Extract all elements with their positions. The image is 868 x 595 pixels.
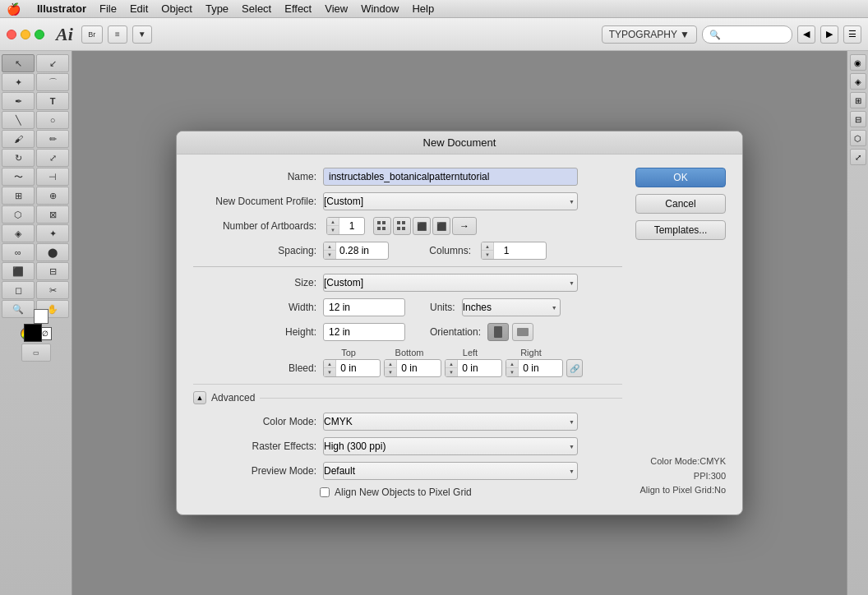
columns-down[interactable]: ▼ bbox=[482, 251, 493, 259]
right-panel-btn-5[interactable]: ⬡ bbox=[850, 130, 866, 146]
free-transform-tool[interactable]: ⊞ bbox=[2, 187, 35, 205]
stroke-swatch[interactable] bbox=[34, 309, 48, 324]
bleed-left-up[interactable]: ▲ bbox=[446, 360, 457, 368]
bleed-left-down[interactable]: ▼ bbox=[446, 368, 457, 376]
bleed-link-btn[interactable]: 🔗 bbox=[566, 359, 583, 377]
bleed-right-up[interactable]: ▲ bbox=[506, 360, 518, 368]
cancel-button[interactable]: Cancel bbox=[635, 194, 726, 214]
direct-select-tool[interactable]: ↙ bbox=[36, 54, 69, 72]
bleed-bottom-stepper[interactable]: ▲▼ 0 in bbox=[384, 359, 441, 377]
live-paint-tool[interactable]: ⬤ bbox=[36, 243, 69, 261]
units-select[interactable]: Inches bbox=[462, 298, 561, 316]
perspective-tool[interactable]: ⬡ bbox=[2, 205, 35, 224]
layout-row-btn[interactable]: ⬛ bbox=[413, 217, 431, 235]
pixel-grid-checkbox[interactable] bbox=[320, 487, 330, 497]
templates-button[interactable]: Templates... bbox=[635, 220, 726, 240]
view-btn[interactable]: ≡ bbox=[108, 25, 127, 44]
menu-view[interactable]: View bbox=[318, 1, 354, 16]
bleed-bottom-down[interactable]: ▼ bbox=[385, 368, 396, 376]
typography-dropdown[interactable]: TYPOGRAPHY ▼ bbox=[602, 25, 697, 44]
right-panel-btn-1[interactable]: ◉ bbox=[850, 54, 866, 71]
magic-wand-tool[interactable]: ✦ bbox=[2, 73, 35, 91]
bleed-bottom-up[interactable]: ▲ bbox=[385, 360, 396, 368]
bleed-top-stepper[interactable]: ▲▼ 0 in bbox=[323, 359, 381, 377]
select-tool[interactable]: ↖ bbox=[2, 54, 35, 72]
size-select[interactable]: [Custom] bbox=[323, 274, 578, 292]
right-panel-btn-4[interactable]: ⊟ bbox=[850, 111, 866, 127]
width-tool[interactable]: ⊣ bbox=[36, 168, 69, 186]
menu-effect[interactable]: Effect bbox=[278, 1, 318, 16]
rotate-tool[interactable]: ↻ bbox=[2, 149, 35, 167]
color-mode-select[interactable]: CMYK RGB bbox=[323, 413, 578, 431]
bleed-top-up[interactable]: ▲ bbox=[324, 360, 335, 368]
layout-col-btn[interactable]: ⬛ bbox=[432, 217, 450, 235]
artboards-stepper[interactable]: ▲ ▼ 1 bbox=[326, 217, 365, 235]
profile-select[interactable]: [Custom] bbox=[323, 192, 578, 210]
bleed-right-down[interactable]: ▼ bbox=[506, 368, 518, 376]
bleed-top-down[interactable]: ▼ bbox=[324, 368, 335, 376]
settings-btn[interactable]: ☰ bbox=[843, 25, 861, 44]
zoom-tool[interactable]: 🔍 bbox=[2, 300, 35, 318]
scale-tool[interactable]: ⤢ bbox=[36, 149, 69, 167]
expand-btn[interactable]: ▼ bbox=[132, 25, 152, 44]
menu-type[interactable]: Type bbox=[199, 1, 235, 16]
pen-tool[interactable]: ✒ bbox=[2, 92, 35, 110]
spacing-stepper[interactable]: ▲ ▼ 0.28 in bbox=[323, 242, 389, 260]
forward-btn[interactable]: ▶ bbox=[820, 25, 838, 44]
preview-select[interactable]: Default bbox=[323, 462, 578, 480]
menu-select[interactable]: Select bbox=[235, 1, 278, 16]
bridge-btn[interactable]: Br bbox=[81, 25, 103, 44]
spacing-up[interactable]: ▲ bbox=[324, 242, 335, 251]
menu-object[interactable]: Object bbox=[155, 1, 199, 16]
columns-up[interactable]: ▲ bbox=[482, 242, 493, 251]
gradient-tool[interactable]: ◈ bbox=[2, 224, 35, 242]
back-btn[interactable]: ◀ bbox=[797, 25, 815, 44]
raster-select[interactable]: High (300 ppi) bbox=[323, 437, 578, 455]
width-input[interactable] bbox=[323, 298, 405, 316]
screen-mode-btn[interactable]: ▭ bbox=[21, 344, 51, 362]
minimize-button[interactable] bbox=[21, 30, 30, 39]
fill-swatch[interactable] bbox=[24, 324, 42, 342]
columns-arrows[interactable]: ▲ ▼ bbox=[482, 242, 494, 259]
artboards-arrows[interactable]: ▲ ▼ bbox=[327, 218, 339, 234]
lasso-tool[interactable]: ⌒ bbox=[36, 73, 69, 91]
menu-edit[interactable]: Edit bbox=[123, 1, 155, 16]
spacing-down[interactable]: ▼ bbox=[324, 251, 335, 259]
apple-menu[interactable]: 🍎 bbox=[7, 2, 21, 16]
close-button[interactable] bbox=[7, 30, 16, 39]
menu-file[interactable]: File bbox=[93, 1, 123, 16]
ellipse-tool[interactable]: ○ bbox=[36, 111, 69, 129]
mesh-tool[interactable]: ⊠ bbox=[36, 205, 69, 224]
layout-grid-col-btn[interactable] bbox=[393, 217, 411, 235]
name-input[interactable] bbox=[323, 168, 578, 186]
menu-illustrator[interactable]: Illustrator bbox=[30, 1, 93, 16]
shape-builder-tool[interactable]: ⊕ bbox=[36, 187, 69, 205]
spacing-arrows[interactable]: ▲ ▼ bbox=[324, 242, 336, 259]
type-tool[interactable]: T bbox=[36, 92, 69, 110]
line-tool[interactable]: ╲ bbox=[2, 111, 35, 129]
artboards-up[interactable]: ▲ bbox=[327, 218, 339, 226]
slice-tool[interactable]: ⊟ bbox=[36, 262, 69, 280]
columns-stepper[interactable]: ▲ ▼ 1 bbox=[481, 242, 547, 260]
landscape-btn[interactable] bbox=[512, 323, 533, 341]
bleed-right-stepper[interactable]: ▲▼ 0 in bbox=[506, 359, 563, 377]
eyedropper-tool[interactable]: ✦ bbox=[36, 224, 69, 242]
ok-button[interactable]: OK bbox=[635, 168, 726, 187]
right-to-left-btn[interactable]: → bbox=[452, 217, 477, 235]
portrait-btn[interactable] bbox=[487, 323, 509, 341]
maximize-button[interactable] bbox=[35, 30, 44, 39]
blend-tool[interactable]: ∞ bbox=[2, 243, 35, 261]
right-panel-btn-2[interactable]: ◈ bbox=[850, 73, 866, 90]
artboard-tool[interactable]: ⬛ bbox=[2, 262, 35, 280]
right-panel-btn-3[interactable]: ⊞ bbox=[850, 92, 866, 108]
bleed-left-stepper[interactable]: ▲▼ 0 in bbox=[445, 359, 502, 377]
height-input[interactable] bbox=[323, 323, 405, 341]
paintbrush-tool[interactable]: 🖌 bbox=[2, 130, 35, 148]
menu-help[interactable]: Help bbox=[405, 1, 441, 16]
scissors-tool[interactable]: ✂ bbox=[36, 281, 69, 299]
warp-tool[interactable]: 〜 bbox=[2, 168, 35, 186]
menu-window[interactable]: Window bbox=[354, 1, 405, 16]
advanced-collapse-btn[interactable]: ▲ bbox=[193, 391, 206, 404]
eraser-tool[interactable]: ◻ bbox=[2, 281, 35, 299]
artboards-down[interactable]: ▼ bbox=[327, 226, 339, 234]
